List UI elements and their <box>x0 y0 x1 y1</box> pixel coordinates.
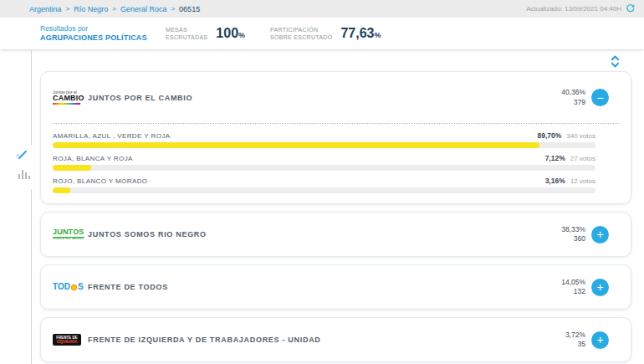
frente-de-izquierda-logo: FRENTE DEIZQUIERDA <box>53 334 81 346</box>
party-list: Juntos por elCAMBIOJUNTOS POR EL CAMBIO4… <box>40 71 631 362</box>
logo-text-main: TOD <box>53 283 70 291</box>
party-votes: 379 <box>561 98 585 107</box>
list-line: AMARILLA, AZUL , VERDE Y ROJA89,70%340 v… <box>53 131 595 140</box>
party-percent: 3,72% <box>565 331 585 340</box>
stat-label-line1: PARTICIPACIÓN <box>270 26 332 33</box>
results-title-line2: AGRUPACIONES POLÍTICAS <box>40 33 166 43</box>
list-percent: 89,70% <box>537 131 561 140</box>
results-header: Resultados por AGRUPACIONES POLÍTICAS ME… <box>0 18 644 49</box>
list-votes: 12 votos <box>570 177 595 185</box>
bar-chart-icon[interactable] <box>18 170 30 179</box>
breadcrumb-item[interactable]: Río Negro <box>74 5 108 13</box>
vote-bar-fill <box>53 187 70 193</box>
party-logo: TODS <box>53 283 81 291</box>
left-rail-divider <box>31 189 32 364</box>
party-percent: 38,33% <box>561 225 585 234</box>
logo-text-main: S <box>78 283 84 291</box>
expand-button[interactable]: + <box>591 226 609 244</box>
party-percent: 14,05% <box>561 278 585 287</box>
party-votes: 35 <box>565 340 585 349</box>
breadcrumb-item[interactable]: 06515 <box>179 5 200 13</box>
stat-label-line1: MESAS <box>166 26 207 33</box>
list-percent: 7,12% <box>545 154 565 162</box>
stat-value-suffix: % <box>238 31 245 39</box>
stat-participacion: PARTICIPACIÓN SOBRE ESCRUTADO 77,63% <box>270 26 381 41</box>
sun-icon <box>71 285 77 290</box>
stat-label-line2: SOBRE ESCRUTADO <box>270 33 332 41</box>
stat-value: 77,63% <box>340 26 381 41</box>
party-card: JUNTOSSOMOS RIO NEGROJUNTOS SOMOS RIO NE… <box>40 212 631 257</box>
logo-text-small: SOMOS RIO NEGRO <box>53 238 84 241</box>
party-card-header[interactable]: TODSFRENTE DE TODOS14,05%132+ <box>41 265 631 309</box>
party-card-header[interactable]: FRENTE DEIZQUIERDAFRENTE DE IZQUIERDA Y … <box>41 318 631 361</box>
last-updated: Actualizado: 13/09/2021 04:40H <box>526 3 636 15</box>
juntos-por-el-cambio-logo: Juntos por elCAMBIO <box>53 90 84 105</box>
party-name: FRENTE DE IZQUIERDA Y DE TRABAJADORES - … <box>88 336 321 344</box>
party-name: JUNTOS POR EL CAMBIO <box>88 94 192 102</box>
list-line: ROJA, BLANCA Y ROJA7,12%27 votos <box>53 154 595 162</box>
vote-bar-track <box>53 187 595 193</box>
sort-icon[interactable] <box>611 54 620 67</box>
list-votes: 340 votos <box>566 132 595 140</box>
list-votes: 27 votos <box>570 155 595 162</box>
results-title-line1: Resultados por <box>40 24 166 33</box>
breadcrumb-separator: > <box>171 5 175 13</box>
top-bar: Argentina>Río Negro>General Roca>06515 A… <box>0 0 644 18</box>
rainbow-bar <box>53 103 80 105</box>
list-name: AMARILLA, AZUL , VERDE Y ROJA <box>53 132 170 140</box>
expand-button[interactable]: + <box>591 331 609 349</box>
left-rail-divider <box>31 50 32 146</box>
party-figures: 14,05%132 <box>561 278 585 296</box>
party-figures: 38,33%360 <box>561 225 585 244</box>
breadcrumb-item[interactable]: General Roca <box>120 5 167 13</box>
party-percent: 40,36% <box>561 88 585 97</box>
expand-button[interactable]: + <box>591 279 609 296</box>
list-name: ROJO, BLANCO Y MORADO <box>53 177 147 185</box>
party-name: JUNTOS SOMOS RIO NEGRO <box>88 230 207 238</box>
party-votes: 360 <box>561 234 585 244</box>
stat-value-number: 100 <box>216 26 238 40</box>
vote-bar-track <box>53 165 595 171</box>
party-lists: AMARILLA, AZUL , VERDE Y ROJA89,70%340 v… <box>53 123 619 203</box>
party-card: FRENTE DEIZQUIERDAFRENTE DE IZQUIERDA Y … <box>40 317 631 362</box>
party-card: TODSFRENTE DE TODOS14,05%132+ <box>40 264 631 310</box>
stat-mesas-escrutadas: MESAS ESCRUTADAS 100% <box>166 26 245 41</box>
party-figures: 40,36%379 <box>561 88 585 106</box>
vote-bar-track <box>53 142 595 148</box>
party-card: Juntos por elCAMBIOJUNTOS POR EL CAMBIO4… <box>40 71 631 204</box>
pencil-icon[interactable] <box>16 148 28 164</box>
breadcrumb-separator: > <box>112 5 116 13</box>
list-line: ROJO, BLANCO Y MORADO3,16%12 votos <box>53 177 595 185</box>
results-title: Resultados por AGRUPACIONES POLÍTICAS <box>40 24 166 43</box>
stat-value: 100% <box>216 26 245 41</box>
stat-label: MESAS ESCRUTADAS <box>166 26 207 41</box>
vote-bar-fill <box>53 165 91 171</box>
party-card-header[interactable]: JUNTOSSOMOS RIO NEGROJUNTOS SOMOS RIO NE… <box>41 213 631 256</box>
party-logo: FRENTE DEIZQUIERDA <box>53 334 81 346</box>
party-logo: Juntos por elCAMBIO <box>53 90 81 105</box>
party-logo: JUNTOSSOMOS RIO NEGRO <box>53 228 81 241</box>
breadcrumb-separator: > <box>66 5 70 13</box>
vote-bar-fill <box>53 142 539 148</box>
party-votes: 132 <box>561 287 585 296</box>
last-updated-label: Actualizado: 13/09/2021 04:40H <box>526 5 621 13</box>
stat-label: PARTICIPACIÓN SOBRE ESCRUTADO <box>270 26 332 41</box>
collapse-button[interactable]: − <box>591 89 609 106</box>
party-name: FRENTE DE TODOS <box>88 283 168 291</box>
sort-row <box>40 49 631 71</box>
stat-label-line2: ESCRUTADAS <box>166 33 207 41</box>
juntos-somos-rio-negro-logo: JUNTOSSOMOS RIO NEGRO <box>53 228 84 241</box>
logo-text-main: CAMBIO <box>53 95 84 102</box>
results-content: Juntos por elCAMBIOJUNTOS POR EL CAMBIO4… <box>40 49 631 362</box>
party-figures: 3,72%35 <box>565 331 585 349</box>
breadcrumb-item[interactable]: Argentina <box>29 5 62 13</box>
refresh-icon[interactable] <box>626 3 636 15</box>
list-row: AMARILLA, AZUL , VERDE Y ROJA89,70%340 v… <box>53 131 595 148</box>
stat-value-suffix: % <box>374 31 381 39</box>
stat-value-number: 77,63 <box>340 26 374 40</box>
list-row: ROJA, BLANCA Y ROJA7,12%27 votos <box>53 154 595 171</box>
party-card-header[interactable]: Juntos por elCAMBIOJUNTOS POR EL CAMBIO4… <box>41 72 631 123</box>
list-name: ROJA, BLANCA Y ROJA <box>53 155 133 162</box>
frente-de-todos-logo: TODS <box>53 283 84 291</box>
list-percent: 3,16% <box>545 177 565 185</box>
